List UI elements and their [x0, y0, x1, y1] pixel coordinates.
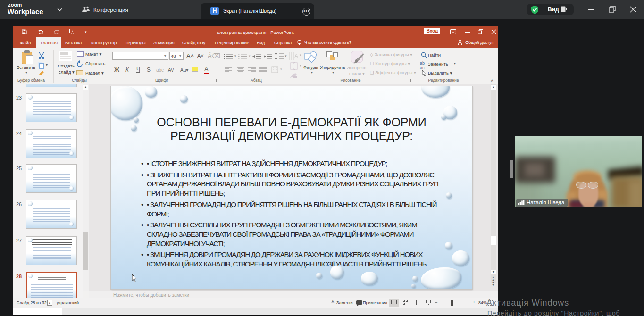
svg-text:A: A — [294, 53, 298, 59]
